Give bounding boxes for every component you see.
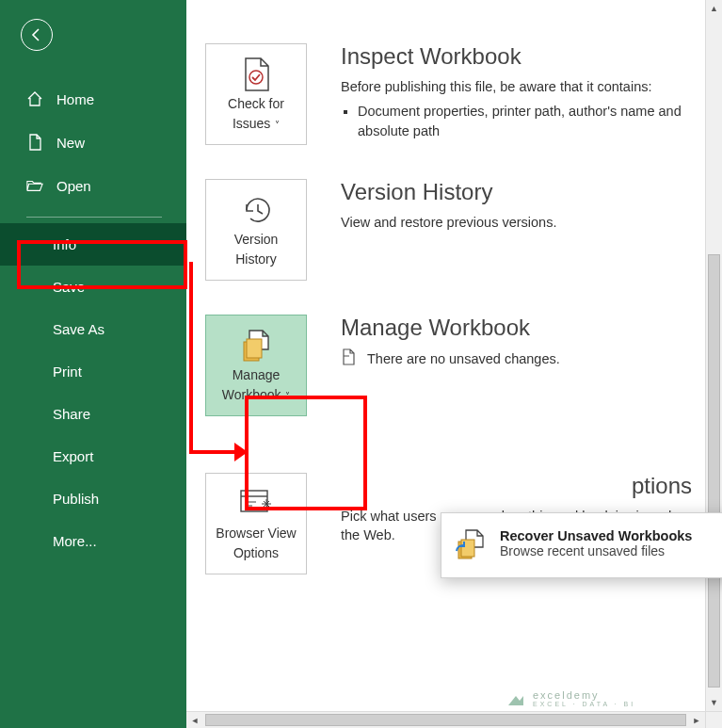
back-button[interactable] [21,19,53,51]
version-history-tile[interactable]: Version History [205,179,307,281]
history-icon [239,192,273,228]
sidebar-item-publish[interactable]: Publish [0,477,186,520]
sidebar-item-label: Open [56,178,91,194]
sidebar-item-more[interactable]: More... [0,520,186,562]
section-title: Manage Workbook [341,315,692,341]
section-inspect: Check for Issues ˅ Inspect Workbook Befo… [186,43,705,145]
section-text: View and restore previous versions. [341,213,692,232]
sidebar-item-label: Publish [53,491,99,507]
sidebar-item-label: Home [56,91,94,107]
tile-label: Issues [233,116,270,131]
sidebar-item-save-as[interactable]: Save As [0,308,186,350]
sidebar-item-save[interactable]: Save [0,266,186,308]
sidebar-item-label: Export [53,448,93,464]
tile-label: Options [233,545,279,560]
backstage-sidebar: Home New Open Info Save Save As Print [0,0,186,728]
watermark: exceldemy EXCEL · DATA · BI [506,689,635,707]
sidebar-item-label: Share [53,406,90,422]
scroll-right-button[interactable]: ► [688,712,705,728]
section-manage: Manage Workbook ˅ Manage Workbook There … [186,315,705,416]
scroll-left-button[interactable]: ◄ [186,712,203,728]
menu-item-recover-unsaved[interactable]: Recover Unsaved Workbooks Browse recent … [441,521,722,570]
manage-workbook-dropdown: Recover Unsaved Workbooks Browse recent … [441,512,722,578]
scroll-thumb[interactable] [205,714,686,726]
scroll-up-button[interactable]: ▲ [706,0,722,17]
status-text: There are no unsaved changes. [367,351,560,366]
menu-item-title: Recover Unsaved Workbooks [500,528,692,543]
tile-label: History [235,251,277,267]
tile-label: Check for [228,96,284,111]
check-for-issues-tile[interactable]: Check for Issues ˅ [205,43,307,145]
bullet-item: Document properties, printer path, autho… [358,102,692,141]
sidebar-item-label: Print [53,364,82,380]
sidebar-item-label: New [56,135,85,151]
section-version: Version History Version History View and… [186,179,705,281]
document-check-icon [240,57,272,92]
document-small-icon [341,348,356,368]
home-icon [26,90,43,107]
svg-rect-2 [247,339,262,358]
sidebar-item-print[interactable]: Print [0,350,186,393]
chevron-down-icon: ˅ [283,391,291,401]
sidebar-item-export[interactable]: Export [0,435,186,477]
tile-label: Browser View [216,526,296,541]
sidebar-item-label: More... [53,533,97,549]
horizontal-scrollbar[interactable]: ◄ ► [186,711,705,728]
svg-rect-3 [241,491,267,511]
sidebar-item-share[interactable]: Share [0,393,186,435]
section-title-partial: ptions [501,473,692,499]
folder-open-icon [26,177,43,194]
sidebar-item-home[interactable]: Home [0,77,186,121]
tile-label: Manage [233,367,281,382]
scroll-thumb[interactable] [708,254,720,688]
watermark-brand: exceldemy [533,689,635,701]
scroll-track[interactable] [706,17,722,694]
recover-workbook-icon [455,528,489,562]
watermark-logo-icon [506,690,525,707]
workbook-icon [240,328,272,364]
section-intro: Before publishing this file, be aware th… [341,77,692,96]
sidebar-item-new[interactable]: New [0,121,186,164]
tile-label: Workbook [222,387,281,402]
arrow-left-icon [29,27,44,42]
scroll-track[interactable] [203,712,688,728]
sidebar-item-label: Save [53,279,85,295]
browser-view-options-tile[interactable]: Browser View Options [205,473,307,574]
chevron-down-icon: ˅ [272,120,280,130]
sidebar-item-open[interactable]: Open [0,164,186,207]
document-icon [26,134,43,151]
scroll-down-button[interactable]: ▼ [706,694,722,711]
svg-point-0 [249,71,263,84]
browser-options-icon [239,486,273,522]
watermark-tag: EXCEL · DATA · BI [533,701,635,707]
section-title: Inspect Workbook [341,43,692,70]
sidebar-item-label: Save As [53,321,104,337]
section-title: Version History [341,179,692,205]
tile-label: Version [234,232,279,247]
info-pane: Check for Issues ˅ Inspect Workbook Befo… [186,0,722,728]
sidebar-item-info[interactable]: Info [0,223,186,266]
sidebar-item-label: Info [53,236,76,252]
menu-item-subtitle: Browse recent unsaved files [500,543,692,558]
sidebar-separator [26,217,162,218]
scrollbar-corner [705,711,722,728]
manage-workbook-tile[interactable]: Manage Workbook ˅ [205,315,307,416]
vertical-scrollbar[interactable]: ▲ ▼ [705,0,722,711]
